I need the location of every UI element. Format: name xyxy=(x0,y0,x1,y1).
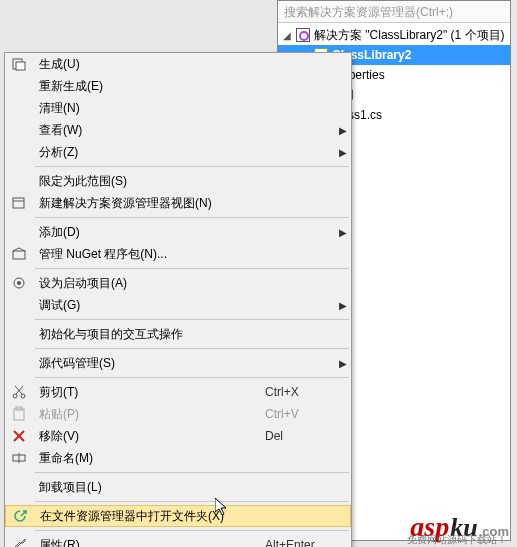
submenu-arrow-icon: ▶ xyxy=(335,358,351,369)
rename-icon xyxy=(11,450,27,466)
menu-build[interactable]: 生成(U) xyxy=(5,53,351,75)
wrench-icon xyxy=(11,537,27,547)
menu-startup[interactable]: 设为启动项目(A) xyxy=(5,272,351,294)
menu-nuget[interactable]: 管理 NuGet 程序包(N)... xyxy=(5,243,351,265)
solution-icon xyxy=(296,28,310,42)
menu-paste: 粘贴(P)Ctrl+V xyxy=(5,403,351,425)
menu-separator xyxy=(35,530,349,531)
menu-view[interactable]: 查看(W)▶ xyxy=(5,119,351,141)
new-view-icon xyxy=(11,195,27,211)
menu-separator xyxy=(35,217,349,218)
search-input[interactable]: 搜索解决方案资源管理器(Ctrl+;) xyxy=(278,1,510,23)
context-menu: 生成(U) 重新生成(E) 清理(N) 查看(W)▶ 分析(Z)▶ 限定为此范围… xyxy=(4,52,352,547)
paste-icon xyxy=(11,406,27,422)
remove-icon xyxy=(11,428,27,444)
menu-separator xyxy=(35,377,349,378)
svg-point-8 xyxy=(21,394,25,398)
menu-source-control[interactable]: 源代码管理(S)▶ xyxy=(5,352,351,374)
watermark-subtitle: 免费网站源码下载站！ xyxy=(407,533,507,547)
menu-unload[interactable]: 卸载项目(L) xyxy=(5,476,351,498)
svg-rect-11 xyxy=(14,409,24,420)
menu-debug[interactable]: 调试(G)▶ xyxy=(5,294,351,316)
startup-icon xyxy=(11,275,27,291)
menu-interactive[interactable]: 初始化与项目的交互式操作 xyxy=(5,323,351,345)
solution-root-label: 解决方案 "ClassLibrary2" (1 个项目) xyxy=(314,27,505,44)
menu-add[interactable]: 添加(D)▶ xyxy=(5,221,351,243)
svg-line-10 xyxy=(15,386,22,394)
svg-line-9 xyxy=(16,386,23,394)
menu-separator xyxy=(35,501,349,502)
svg-point-7 xyxy=(13,394,17,398)
svg-rect-4 xyxy=(13,251,25,259)
menu-separator xyxy=(35,472,349,473)
menu-properties[interactable]: 属性(R)Alt+Enter xyxy=(5,534,351,547)
svg-rect-1 xyxy=(16,62,25,70)
menu-remove[interactable]: 移除(V)Del xyxy=(5,425,351,447)
menu-rename[interactable]: 重命名(M) xyxy=(5,447,351,469)
menu-separator xyxy=(35,166,349,167)
submenu-arrow-icon: ▶ xyxy=(335,147,351,158)
menu-analyze[interactable]: 分析(Z)▶ xyxy=(5,141,351,163)
menu-new-explorer-view[interactable]: 新建解决方案资源管理器视图(N) xyxy=(5,192,351,214)
menu-open-in-explorer[interactable]: 在文件资源管理器中打开文件夹(X) xyxy=(5,505,351,527)
menu-separator xyxy=(35,268,349,269)
solution-root-row[interactable]: ◢ 解决方案 "ClassLibrary2" (1 个项目) xyxy=(278,25,510,45)
menu-cut[interactable]: 剪切(T)Ctrl+X xyxy=(5,381,351,403)
open-folder-icon xyxy=(12,508,28,524)
submenu-arrow-icon: ▶ xyxy=(335,300,351,311)
nuget-icon xyxy=(11,246,27,262)
submenu-arrow-icon: ▶ xyxy=(335,125,351,136)
submenu-arrow-icon: ▶ xyxy=(335,227,351,238)
menu-rebuild[interactable]: 重新生成(E) xyxy=(5,75,351,97)
menu-separator xyxy=(35,348,349,349)
menu-scope[interactable]: 限定为此范围(S) xyxy=(5,170,351,192)
cut-icon xyxy=(11,384,27,400)
menu-separator xyxy=(35,319,349,320)
svg-rect-2 xyxy=(13,198,24,208)
menu-clean[interactable]: 清理(N) xyxy=(5,97,351,119)
expand-caret-icon[interactable]: ◢ xyxy=(282,30,292,41)
build-icon xyxy=(11,56,27,72)
svg-point-6 xyxy=(17,281,21,285)
